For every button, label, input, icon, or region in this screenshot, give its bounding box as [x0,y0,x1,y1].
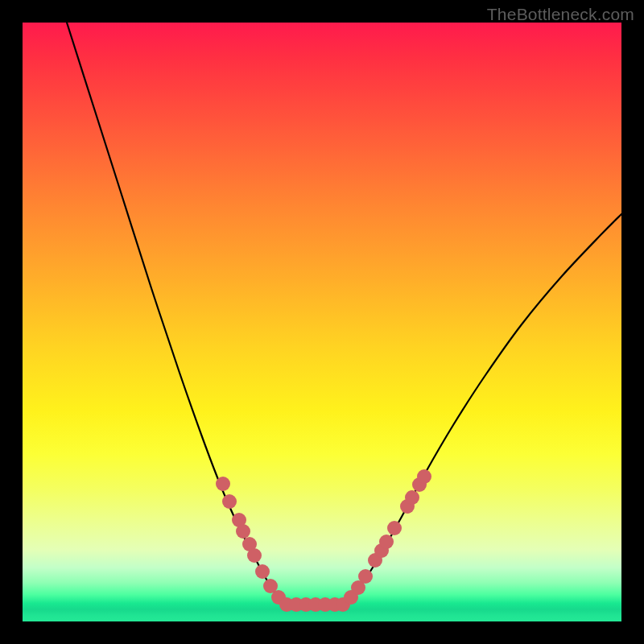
watermark-text: TheBottleneck.com [487,5,634,24]
left-curve [67,23,284,605]
data-dot [222,494,237,509]
data-dot [255,564,270,579]
data-dot [247,548,262,563]
data-dot [387,521,402,535]
data-dot [236,524,250,539]
scatter-dots [216,469,431,612]
chart-svg [23,23,621,621]
data-dot [216,477,230,491]
data-dot [358,569,373,584]
data-dot [379,535,394,549]
chart-frame [23,23,621,621]
data-dot [417,469,431,484]
data-dot [405,490,419,505]
